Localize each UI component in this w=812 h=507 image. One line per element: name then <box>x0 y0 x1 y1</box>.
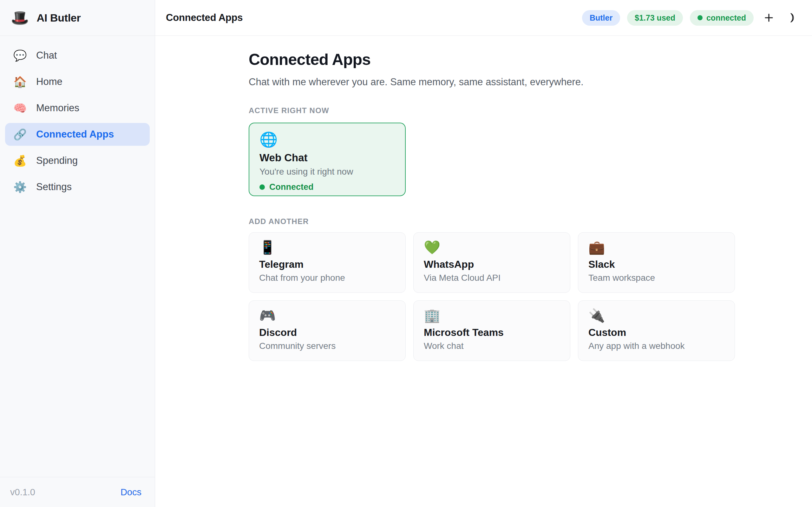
custom-webhook-card[interactable]: 🔌 Custom Any app with a webhook <box>578 300 735 361</box>
sidebar-item-spending[interactable]: 💰 Spending <box>5 149 150 172</box>
telegram-card-title: Telegram <box>259 259 395 270</box>
sidebar-item-memories[interactable]: 🧠 Memories <box>5 97 150 119</box>
web-chat-card-subtitle: You're using it right now <box>259 167 395 177</box>
app-window: 🎩 AI Butler 💬 Chat 🏠 Home 🧠 Memories 🔗 C… <box>0 0 812 507</box>
agent-badge-label: Butler <box>590 13 612 22</box>
sidebar-item-connected-apps[interactable]: 🔗 Connected Apps <box>5 123 150 146</box>
app-grid: 📱 Telegram Chat from your phone 💚 WhatsA… <box>249 232 735 361</box>
topbar-actions: Butler $1.73 used connected <box>582 9 801 26</box>
add-connection-button[interactable] <box>761 9 777 26</box>
top-hat-logo-icon: 🎩 <box>11 10 29 25</box>
brain-icon: 🧠 <box>13 103 26 113</box>
dark-mode-toggle[interactable] <box>784 9 801 26</box>
sidebar-item-home[interactable]: 🏠 Home <box>5 70 150 93</box>
version-label: v0.1.0 <box>10 487 35 498</box>
connected-status-label: Connected <box>269 182 314 192</box>
connection-status-label: connected <box>706 13 746 22</box>
topbar-title: Connected Apps <box>166 12 243 23</box>
web-chat-status: Connected <box>259 182 395 192</box>
microsoft-teams-card[interactable]: 🏢 Microsoft Teams Work chat <box>413 300 570 361</box>
telegram-card-subtitle: Chat from your phone <box>259 273 395 283</box>
link-icon: 🔗 <box>13 129 26 140</box>
sidebar: 🎩 AI Butler 💬 Chat 🏠 Home 🧠 Memories 🔗 C… <box>0 0 155 507</box>
whatsapp-card[interactable]: 💚 WhatsApp Via Meta Cloud API <box>413 232 570 293</box>
money-bag-icon: 💰 <box>13 155 26 166</box>
agent-badge: Butler <box>582 10 620 26</box>
electric-plug-icon: 🔌 <box>589 309 724 322</box>
slack-card-title: Slack <box>589 259 724 270</box>
sidebar-item-label: Settings <box>36 181 72 193</box>
web-chat-card[interactable]: 🌐 Web Chat You're using it right now Con… <box>249 123 406 196</box>
game-controller-icon: 🎮 <box>259 309 395 322</box>
plus-icon <box>763 12 775 24</box>
page-title: Connected Apps <box>249 50 735 69</box>
globe-icon: 🌐 <box>259 132 395 147</box>
sidebar-nav: 💬 Chat 🏠 Home 🧠 Memories 🔗 Connected App… <box>0 36 155 477</box>
sidebar-item-chat[interactable]: 💬 Chat <box>5 44 150 67</box>
app-logo-row: 🎩 AI Butler <box>0 0 155 36</box>
office-building-icon: 🏢 <box>424 309 560 322</box>
topbar: Connected Apps Butler $1.73 used connect… <box>155 0 812 36</box>
sidebar-item-label: Spending <box>36 155 78 166</box>
whatsapp-card-subtitle: Via Meta Cloud API <box>424 273 560 283</box>
discord-card[interactable]: 🎮 Discord Community servers <box>249 300 406 361</box>
slack-card[interactable]: 💼 Slack Team workspace <box>578 232 735 293</box>
usage-badge-label: $1.73 used <box>635 13 675 22</box>
custom-card-subtitle: Any app with a webhook <box>589 341 724 351</box>
mobile-phone-icon: 📱 <box>259 241 395 254</box>
main-area: Connected Apps Butler $1.73 used connect… <box>155 0 812 507</box>
green-heart-icon: 💚 <box>424 241 560 254</box>
discord-card-subtitle: Community servers <box>259 341 395 351</box>
telegram-card[interactable]: 📱 Telegram Chat from your phone <box>249 232 406 293</box>
active-section-label: ACTIVE RIGHT NOW <box>249 106 735 115</box>
connection-status-badge: connected <box>690 10 754 26</box>
app-title: AI Butler <box>37 12 81 24</box>
sidebar-item-label: Memories <box>36 102 79 114</box>
moon-icon <box>786 12 798 23</box>
status-dot-icon <box>698 15 703 20</box>
chat-bubble-icon: 💬 <box>13 50 26 61</box>
gear-icon: ⚙️ <box>13 181 26 192</box>
connected-dot-icon <box>259 184 265 190</box>
slack-card-subtitle: Team workspace <box>589 273 724 283</box>
custom-card-title: Custom <box>589 327 724 338</box>
page-content: Connected Apps Chat with me wherever you… <box>155 36 812 507</box>
whatsapp-card-title: WhatsApp <box>424 259 560 270</box>
page-subtitle: Chat with me wherever you are. Same memo… <box>249 76 735 88</box>
house-icon: 🏠 <box>13 76 26 87</box>
add-section-label: ADD ANOTHER <box>249 217 735 226</box>
sidebar-item-label: Connected Apps <box>36 129 114 140</box>
sidebar-footer: v0.1.0 Docs <box>0 477 155 507</box>
usage-badge: $1.73 used <box>627 10 683 26</box>
sidebar-item-label: Chat <box>36 50 57 61</box>
discord-card-title: Discord <box>259 327 395 338</box>
sidebar-item-settings[interactable]: ⚙️ Settings <box>5 176 150 199</box>
microsoft-teams-card-subtitle: Work chat <box>424 341 560 351</box>
docs-link[interactable]: Docs <box>120 487 142 498</box>
web-chat-card-title: Web Chat <box>259 152 395 164</box>
sidebar-item-label: Home <box>36 76 62 88</box>
briefcase-icon: 💼 <box>589 241 724 254</box>
microsoft-teams-card-title: Microsoft Teams <box>424 327 560 338</box>
